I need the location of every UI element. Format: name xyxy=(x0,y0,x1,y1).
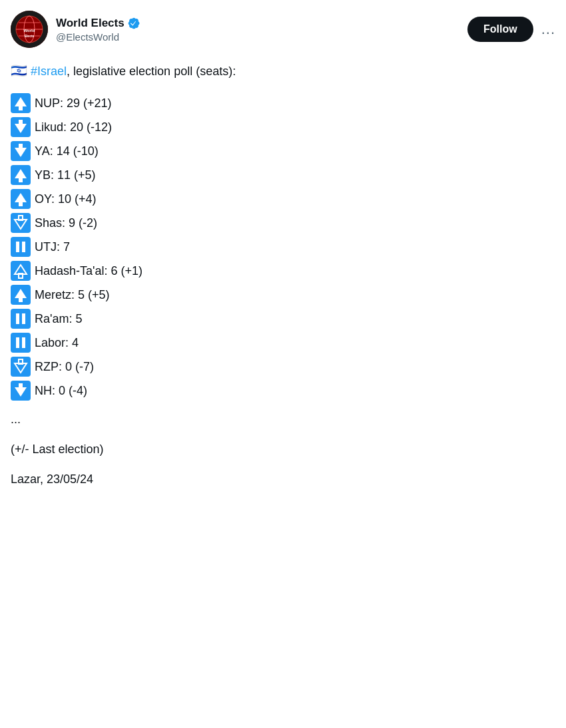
list-item: UTJ: 7 xyxy=(11,237,555,257)
party-text: OY: 10 (+4) xyxy=(35,190,97,208)
party-text: UTJ: 7 xyxy=(35,238,70,256)
svg-rect-40 xyxy=(16,337,19,348)
arrow-down-icon xyxy=(11,381,31,401)
party-text: RZP: 0 (-7) xyxy=(35,358,94,376)
party-text: YB: 11 (+5) xyxy=(35,166,96,184)
svg-rect-20 xyxy=(19,178,23,182)
svg-rect-14 xyxy=(19,120,23,124)
account-name-row: World Elects xyxy=(56,17,141,30)
list-item: RZP: 0 (-7) xyxy=(11,357,555,377)
intro-rest: , legislative election poll (seats): xyxy=(67,65,236,78)
neutral-icon xyxy=(11,237,31,257)
list-item: Labor: 4 xyxy=(11,333,555,353)
svg-rect-47 xyxy=(19,383,23,388)
avatar[interactable]: World Elects xyxy=(11,11,48,48)
arrow-up-outline-icon xyxy=(11,261,31,281)
arrow-up-icon xyxy=(11,189,31,209)
list-item: Hadash-Ta'al: 6 (+1) xyxy=(11,261,555,281)
follow-button[interactable]: Follow xyxy=(467,17,533,42)
svg-rect-23 xyxy=(19,202,23,206)
account-name[interactable]: World Elects xyxy=(56,17,125,30)
arrow-up-icon xyxy=(11,285,31,305)
svg-text:Elects: Elects xyxy=(25,34,35,38)
arrow-down-icon xyxy=(11,117,31,137)
svg-rect-28 xyxy=(16,242,19,252)
party-text: Hadash-Ta'al: 6 (+1) xyxy=(35,262,142,280)
arrow-up-icon xyxy=(11,93,31,113)
ellipsis-text: ... xyxy=(11,410,555,429)
more-options-icon[interactable]: ... xyxy=(541,21,555,38)
list-item: YA: 14 (-10) xyxy=(11,141,555,161)
header-right: Follow ... xyxy=(467,17,555,42)
svg-rect-35 xyxy=(19,297,23,302)
party-text: Likud: 20 (-12) xyxy=(35,118,112,136)
account-info: World Elects @ElectsWorld xyxy=(56,17,141,43)
svg-rect-27 xyxy=(11,237,31,257)
svg-rect-37 xyxy=(16,313,19,324)
party-text: YA: 14 (-10) xyxy=(35,142,99,160)
israel-flag-emoji: 🇮🇱 xyxy=(11,63,27,78)
source-line: Lazar, 23/05/24 xyxy=(11,470,555,489)
svg-rect-41 xyxy=(22,337,25,348)
list-item: Likud: 20 (-12) xyxy=(11,117,555,137)
svg-rect-29 xyxy=(22,242,25,252)
svg-rect-38 xyxy=(22,313,25,324)
tweet-body: 🇮🇱 #Israel, legislative election poll (s… xyxy=(11,57,555,491)
neutral-icon xyxy=(11,309,31,329)
svg-rect-11 xyxy=(19,106,23,110)
arrow-down-outline-icon xyxy=(11,357,31,377)
party-text: NUP: 29 (+21) xyxy=(35,94,112,112)
avatar-image: World Elects xyxy=(11,11,48,48)
list-item: NUP: 29 (+21) xyxy=(11,93,555,113)
party-text: NH: 0 (-4) xyxy=(35,382,87,400)
arrow-down-icon xyxy=(11,141,31,161)
verified-icon xyxy=(127,17,141,30)
neutral-icon xyxy=(11,333,31,353)
tweet-intro: 🇮🇱 #Israel, legislative election poll (s… xyxy=(11,60,555,81)
list-item: Shas: 9 (-2) xyxy=(11,213,555,233)
list-item: NH: 0 (-4) xyxy=(11,381,555,401)
svg-rect-17 xyxy=(19,144,23,148)
party-text: Ra'am: 5 xyxy=(35,310,82,328)
arrow-up-icon xyxy=(11,165,31,185)
tweet-card: World Elects World Elects @ElectsWorld xyxy=(0,0,566,504)
party-text: Labor: 4 xyxy=(35,334,79,352)
header-left: World Elects World Elects @ElectsWorld xyxy=(11,11,141,48)
list-item: YB: 11 (+5) xyxy=(11,165,555,185)
poll-list: NUP: 29 (+21) Likud: 20 (-12) xyxy=(11,93,555,401)
list-item: Ra'am: 5 xyxy=(11,309,555,329)
party-text: Meretz: 5 (+5) xyxy=(35,286,110,304)
svg-rect-36 xyxy=(11,309,31,329)
party-text: Shas: 9 (-2) xyxy=(35,214,97,232)
list-item: Meretz: 5 (+5) xyxy=(11,285,555,305)
svg-rect-39 xyxy=(11,333,31,353)
account-handle[interactable]: @ElectsWorld xyxy=(56,31,141,43)
footnote-text: (+/- Last election) xyxy=(11,440,555,459)
list-item: OY: 10 (+4) xyxy=(11,189,555,209)
arrow-down-outline-icon xyxy=(11,213,31,233)
tweet-header: World Elects World Elects @ElectsWorld xyxy=(11,11,555,48)
svg-text:World: World xyxy=(24,29,35,33)
hashtag-israel[interactable]: #Israel xyxy=(31,65,67,78)
